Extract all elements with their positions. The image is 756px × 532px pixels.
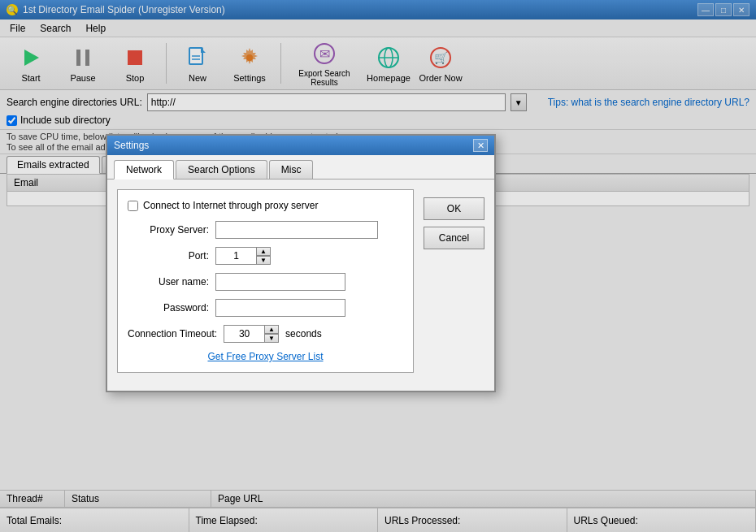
port-up-button[interactable]: ▲: [256, 247, 271, 256]
timeout-spinner: ▲ ▼: [224, 325, 279, 343]
cancel-button[interactable]: Cancel: [424, 227, 484, 249]
dialog-tab-search-options[interactable]: Search Options: [176, 160, 267, 179]
ok-button[interactable]: OK: [424, 197, 484, 220]
port-spinner-buttons: ▲ ▼: [256, 247, 271, 265]
dialog-tab-network[interactable]: Network: [114, 160, 174, 179]
proxy-checkbox-label: Connect to Internet through proxy server: [143, 200, 318, 211]
port-label: Port:: [128, 250, 209, 262]
seconds-label: seconds: [285, 328, 322, 340]
network-settings-box: Connect to Internet through proxy server…: [117, 189, 414, 373]
dialog-action-buttons: OK Cancel: [424, 189, 484, 381]
free-proxy-row: Get Free Proxy Server List: [128, 351, 403, 362]
port-row: Port: ▲ ▼: [128, 247, 403, 265]
dialog-tabs: Network Search Options Misc: [107, 155, 494, 179]
timeout-up-button[interactable]: ▲: [264, 325, 279, 334]
timeout-row: Connection Timeout: ▲ ▼ seconds: [128, 325, 403, 343]
username-row: User name:: [128, 273, 403, 291]
proxy-server-row: Proxy Server:: [128, 221, 403, 239]
free-proxy-link[interactable]: Get Free Proxy Server List: [207, 351, 323, 362]
dialog-overlay: Settings ✕ Network Search Options Misc C…: [0, 0, 756, 532]
proxy-server-label: Proxy Server:: [128, 224, 209, 236]
port-spinner: ▲ ▼: [215, 247, 271, 265]
dialog-content: Connect to Internet through proxy server…: [107, 179, 494, 391]
dialog-titlebar: Settings ✕: [107, 136, 494, 155]
password-row: Password:: [128, 299, 403, 317]
timeout-spinner-buttons: ▲ ▼: [264, 325, 279, 343]
proxy-checkbox[interactable]: [128, 201, 138, 211]
timeout-label: Connection Timeout:: [128, 328, 217, 340]
port-input[interactable]: [215, 247, 256, 265]
username-label: User name:: [128, 276, 209, 288]
settings-dialog: Settings ✕ Network Search Options Misc C…: [106, 134, 496, 392]
timeout-input[interactable]: [224, 325, 264, 343]
port-down-button[interactable]: ▼: [256, 256, 271, 265]
dialog-close-button[interactable]: ✕: [473, 139, 488, 152]
dialog-tab-misc[interactable]: Misc: [269, 160, 314, 179]
dialog-title: Settings: [114, 140, 149, 151]
proxy-checkbox-row: Connect to Internet through proxy server: [128, 200, 403, 211]
timeout-down-button[interactable]: ▼: [264, 334, 279, 343]
password-input[interactable]: [215, 299, 345, 317]
proxy-server-input[interactable]: [215, 221, 378, 239]
password-label: Password:: [128, 302, 209, 314]
username-input[interactable]: [215, 273, 345, 291]
